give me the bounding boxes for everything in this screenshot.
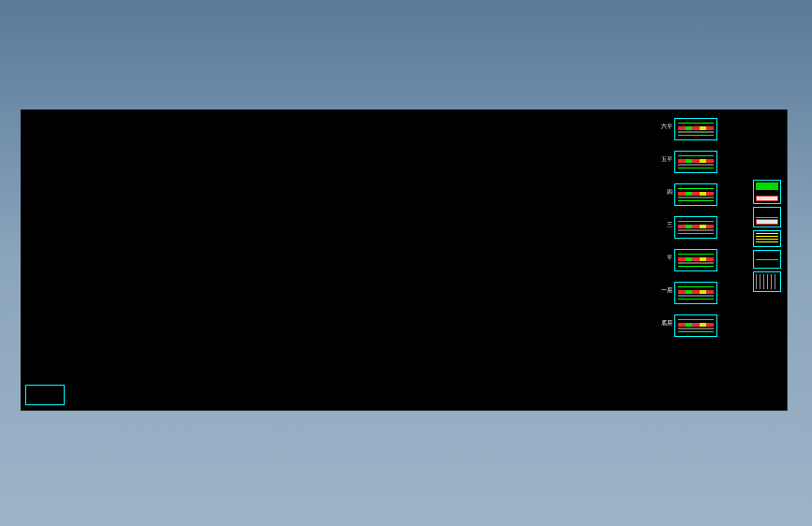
sheet-frame — [674, 183, 717, 206]
detail-item[interactable] — [753, 250, 781, 269]
sheet-item[interactable]: 五平 — [674, 151, 744, 173]
sheet-label: 三 — [661, 222, 672, 227]
sheet-label: 平 — [661, 255, 672, 260]
sheet-item[interactable]: 平 — [674, 249, 744, 271]
sheet-label: 四 — [661, 189, 672, 195]
sheet-item[interactable]: 六平 — [674, 118, 744, 140]
sheet-frame — [674, 249, 717, 271]
sheet-frame — [674, 282, 717, 304]
detail-item[interactable] — [753, 207, 781, 227]
sheet-frame — [674, 216, 717, 239]
sheet-label: 五平 — [661, 156, 672, 162]
detail-item[interactable] — [753, 230, 781, 247]
drawing-canvas[interactable]: 六平 五平 四 三 平 一层 底层 — [21, 110, 788, 411]
sheet-label: 一层 — [661, 287, 672, 293]
detail-item[interactable] — [753, 180, 781, 204]
detail-column — [753, 180, 785, 295]
sheet-column: 六平 五平 四 三 平 一层 底层 — [674, 118, 744, 347]
titleblock-frame — [25, 385, 65, 405]
sheet-frame — [674, 118, 717, 140]
sheet-label: 底层 — [661, 320, 672, 326]
sheet-item[interactable]: 底层 — [674, 314, 744, 337]
sheet-item[interactable]: 四 — [674, 183, 744, 206]
sheet-item[interactable]: 三 — [674, 216, 744, 239]
sheet-frame — [674, 314, 717, 337]
sheet-frame — [674, 151, 717, 173]
sheet-label: 六平 — [661, 124, 672, 129]
sheet-item[interactable]: 一层 — [674, 282, 744, 304]
detail-item[interactable] — [753, 271, 781, 292]
